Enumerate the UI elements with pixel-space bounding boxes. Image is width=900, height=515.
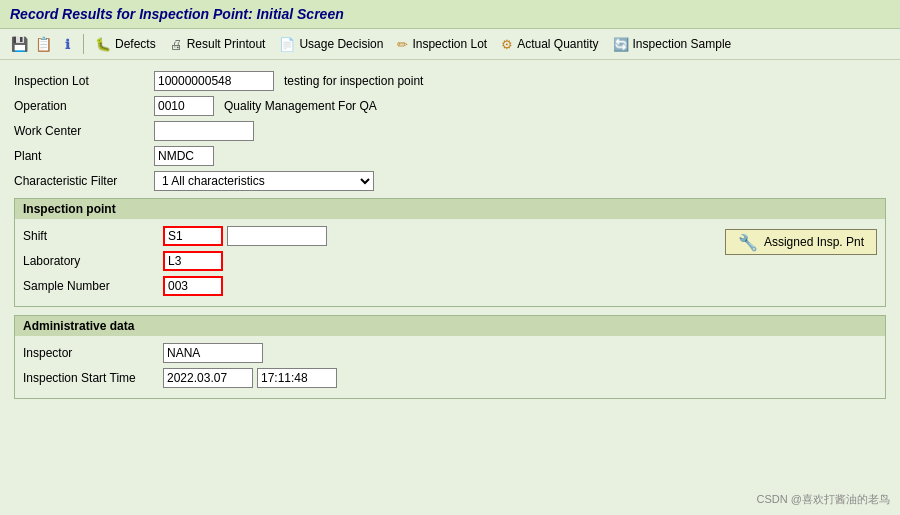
plant-input[interactable] xyxy=(154,146,214,166)
inspection-point-header: Inspection point xyxy=(15,199,885,219)
operation-label: Operation xyxy=(14,99,154,113)
page-title: Record Results for Inspection Point: Ini… xyxy=(10,6,344,22)
work-center-label: Work Center xyxy=(14,124,154,138)
save-icon[interactable]: 💾 xyxy=(8,33,30,55)
shift-input[interactable] xyxy=(163,226,223,246)
laboratory-label: Laboratory xyxy=(23,254,163,268)
admin-header: Administrative data xyxy=(15,316,885,336)
assigned-insp-pnt-button[interactable]: 🔧 Assigned Insp. Pnt xyxy=(725,229,877,255)
char-filter-row: Characteristic Filter 1 All characterist… xyxy=(14,170,886,192)
plant-label: Plant xyxy=(14,149,154,163)
actual-quantity-button[interactable]: ⚙ Actual Quantity xyxy=(495,35,604,54)
assigned-button-area: 🔧 Assigned Insp. Pnt xyxy=(725,229,877,255)
assigned-icon: 🔧 xyxy=(738,233,758,252)
operation-row: Operation Quality Management For QA xyxy=(14,95,886,117)
start-time-input[interactable] xyxy=(257,368,337,388)
pencil-icon: ✏ xyxy=(397,37,408,52)
separator-1 xyxy=(83,34,84,54)
usage-decision-button[interactable]: 📄 Usage Decision xyxy=(273,35,389,54)
start-date-input[interactable] xyxy=(163,368,253,388)
operation-text: Quality Management For QA xyxy=(224,99,377,113)
laboratory-input[interactable] xyxy=(163,251,223,271)
work-center-row: Work Center xyxy=(14,120,886,142)
bug-icon: 🐛 xyxy=(95,37,111,52)
inspection-point-section: Inspection point Shift Laboratory Sample… xyxy=(14,198,886,307)
sample-number-input[interactable] xyxy=(163,276,223,296)
content-area: Inspection Lot testing for inspection po… xyxy=(0,60,900,417)
sample-number-label: Sample Number xyxy=(23,279,163,293)
main-form: Inspection Lot testing for inspection po… xyxy=(14,70,886,192)
doc-icon: 📄 xyxy=(279,37,295,52)
shift-row: Shift xyxy=(23,225,705,247)
title-bar: Record Results for Inspection Point: Ini… xyxy=(0,0,900,29)
wheel-icon: ⚙ xyxy=(501,37,513,52)
inspection-lot-button[interactable]: ✏ Inspection Lot xyxy=(391,35,493,54)
info-icon[interactable]: ℹ xyxy=(56,33,78,55)
inspection-lot-label: Inspection Lot xyxy=(14,74,154,88)
laboratory-row: Laboratory xyxy=(23,250,705,272)
list-icon[interactable]: 📋 xyxy=(32,33,54,55)
inspector-label: Inspector xyxy=(23,346,163,360)
admin-body: Inspector Inspection Start Time xyxy=(15,336,885,398)
shift-label: Shift xyxy=(23,229,163,243)
plant-row: Plant xyxy=(14,145,886,167)
inspection-lot-row: Inspection Lot testing for inspection po… xyxy=(14,70,886,92)
inspection-lot-input[interactable] xyxy=(154,71,274,91)
inspection-lot-text: testing for inspection point xyxy=(284,74,423,88)
admin-section: Administrative data Inspector Inspection… xyxy=(14,315,886,399)
defects-button[interactable]: 🐛 Defects xyxy=(89,35,162,54)
shift-extra-input[interactable] xyxy=(227,226,327,246)
inspector-input[interactable] xyxy=(163,343,263,363)
operation-input[interactable] xyxy=(154,96,214,116)
inspector-row: Inspector xyxy=(23,342,877,364)
inspection-point-body: Shift Laboratory Sample Number 🔧 xyxy=(15,219,885,306)
work-center-input[interactable] xyxy=(154,121,254,141)
flask-icon: 🔄 xyxy=(613,37,629,52)
result-printout-button[interactable]: 🖨 Result Printout xyxy=(164,35,272,54)
start-time-row: Inspection Start Time xyxy=(23,367,877,389)
print-icon: 🖨 xyxy=(170,37,183,52)
char-filter-select[interactable]: 1 All characteristics 2 Selected charact… xyxy=(154,171,374,191)
sample-number-row: Sample Number xyxy=(23,275,705,297)
watermark: CSDN @喜欢打酱油的老鸟 xyxy=(757,492,890,507)
char-filter-label: Characteristic Filter xyxy=(14,174,154,188)
start-time-label: Inspection Start Time xyxy=(23,371,163,385)
inspection-fields: Shift Laboratory Sample Number xyxy=(23,225,705,300)
toolbar: 💾 📋 ℹ 🐛 Defects 🖨 Result Printout 📄 Usag… xyxy=(0,29,900,60)
inspection-sample-button[interactable]: 🔄 Inspection Sample xyxy=(607,35,738,54)
